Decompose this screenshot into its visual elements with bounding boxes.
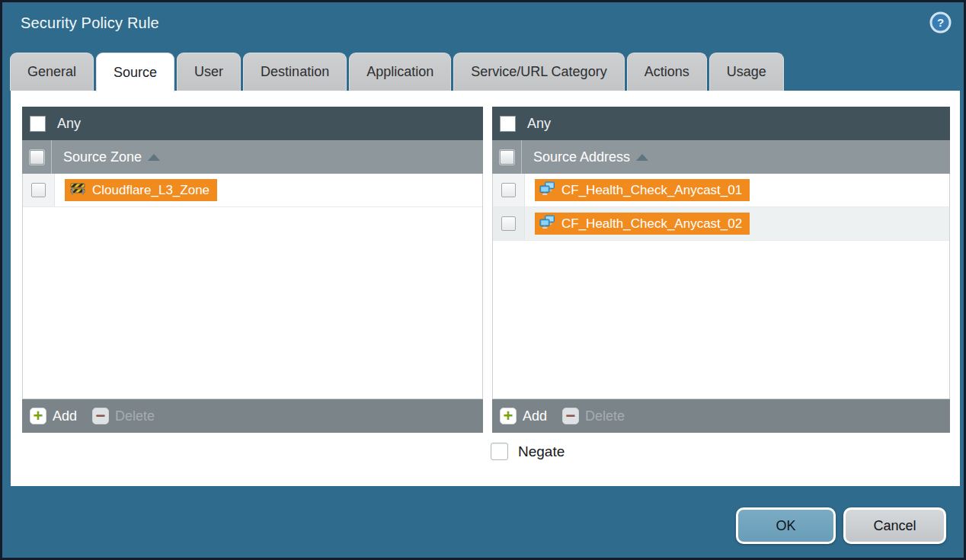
source-address-any-row: Any bbox=[492, 107, 950, 140]
tab-general[interactable]: General bbox=[10, 53, 94, 91]
source-address-panel: Any Source Address bbox=[492, 107, 950, 433]
row-checkbox[interactable] bbox=[501, 183, 516, 197]
table-row: CF_Health_Check_Anycast_01 bbox=[493, 174, 949, 207]
cancel-button[interactable]: Cancel bbox=[843, 507, 946, 544]
source-address-column-header: Source Address bbox=[492, 140, 950, 174]
source-address-delete-button[interactable]: − Delete bbox=[562, 408, 625, 424]
address-icon bbox=[539, 181, 555, 200]
ok-button[interactable]: OK bbox=[736, 507, 836, 544]
delete-icon: − bbox=[562, 408, 579, 424]
source-zone-any-label: Any bbox=[57, 116, 81, 132]
add-button-label: Add bbox=[523, 408, 547, 424]
source-address-select-all-checkbox[interactable] bbox=[500, 150, 514, 165]
source-zone-column-title[interactable]: Source Zone bbox=[63, 149, 142, 165]
dialog-title: Security Policy Rule bbox=[21, 14, 159, 32]
tab-bar: General Source User Destination Applicat… bbox=[10, 53, 784, 91]
delete-button-label: Delete bbox=[115, 408, 155, 424]
tab-usage[interactable]: Usage bbox=[709, 53, 784, 91]
column-divider bbox=[521, 140, 522, 174]
tab-actions[interactable]: Actions bbox=[627, 53, 707, 91]
source-zone-any-row: Any bbox=[22, 107, 483, 140]
negate-option: Negate bbox=[491, 443, 565, 460]
source-zone-add-button[interactable]: + Add bbox=[30, 408, 77, 424]
tab-content-source: Any Source Zone bbox=[11, 91, 960, 486]
security-policy-rule-dialog: Security Policy Rule ? General Source Us… bbox=[0, 0, 966, 560]
table-row: Cloudflare_L3_Zone bbox=[23, 174, 482, 207]
source-address-any-checkbox[interactable] bbox=[500, 116, 516, 132]
delete-icon: − bbox=[92, 408, 109, 424]
source-address-toolbar: + Add − Delete bbox=[492, 399, 950, 433]
row-check-cell bbox=[23, 174, 55, 206]
tab-service-url-category[interactable]: Service/URL Category bbox=[453, 53, 624, 91]
svg-text:?: ? bbox=[937, 16, 944, 29]
table-row: CF_Health_Check_Anycast_02 bbox=[493, 207, 949, 241]
row-checkbox[interactable] bbox=[31, 183, 46, 197]
source-address-any-label: Any bbox=[527, 116, 551, 132]
source-address-list: CF_Health_Check_Anycast_01 bbox=[492, 174, 950, 399]
sort-ascending-icon[interactable] bbox=[636, 154, 648, 161]
delete-button-label: Delete bbox=[585, 408, 625, 424]
address-object-label: CF_Health_Check_Anycast_02 bbox=[561, 216, 742, 232]
source-zone-toolbar: + Add − Delete bbox=[22, 399, 483, 433]
zone-object-label: Cloudflare_L3_Zone bbox=[92, 183, 210, 198]
address-object-tag[interactable]: CF_Health_Check_Anycast_01 bbox=[535, 179, 750, 201]
zone-icon bbox=[69, 182, 86, 199]
negate-checkbox[interactable] bbox=[491, 443, 508, 460]
source-address-add-button[interactable]: + Add bbox=[500, 408, 547, 424]
source-zone-column-header: Source Zone bbox=[22, 140, 483, 174]
address-object-label: CF_Health_Check_Anycast_01 bbox=[561, 183, 742, 198]
address-icon bbox=[539, 215, 555, 233]
column-divider bbox=[51, 140, 52, 174]
tab-destination[interactable]: Destination bbox=[243, 53, 347, 91]
source-address-column-title[interactable]: Source Address bbox=[533, 149, 630, 165]
tab-user[interactable]: User bbox=[177, 53, 241, 91]
negate-label: Negate bbox=[518, 443, 565, 460]
zone-object-tag[interactable]: Cloudflare_L3_Zone bbox=[65, 179, 217, 201]
tab-application[interactable]: Application bbox=[349, 53, 451, 91]
sort-ascending-icon[interactable] bbox=[148, 154, 160, 161]
source-zone-panel: Any Source Zone bbox=[22, 107, 483, 433]
source-zone-any-checkbox[interactable] bbox=[30, 116, 46, 132]
row-check-cell bbox=[493, 207, 525, 240]
source-zone-list: Cloudflare_L3_Zone bbox=[22, 174, 483, 399]
add-icon: + bbox=[500, 408, 517, 424]
help-icon[interactable]: ? bbox=[929, 11, 952, 34]
row-checkbox[interactable] bbox=[501, 216, 516, 231]
tab-source[interactable]: Source bbox=[96, 53, 174, 92]
source-zone-select-all-checkbox[interactable] bbox=[30, 150, 44, 165]
row-check-cell bbox=[493, 174, 525, 206]
add-button-label: Add bbox=[53, 408, 77, 424]
address-object-tag[interactable]: CF_Health_Check_Anycast_02 bbox=[535, 213, 750, 235]
add-icon: + bbox=[30, 408, 46, 424]
source-zone-delete-button[interactable]: − Delete bbox=[92, 408, 155, 424]
